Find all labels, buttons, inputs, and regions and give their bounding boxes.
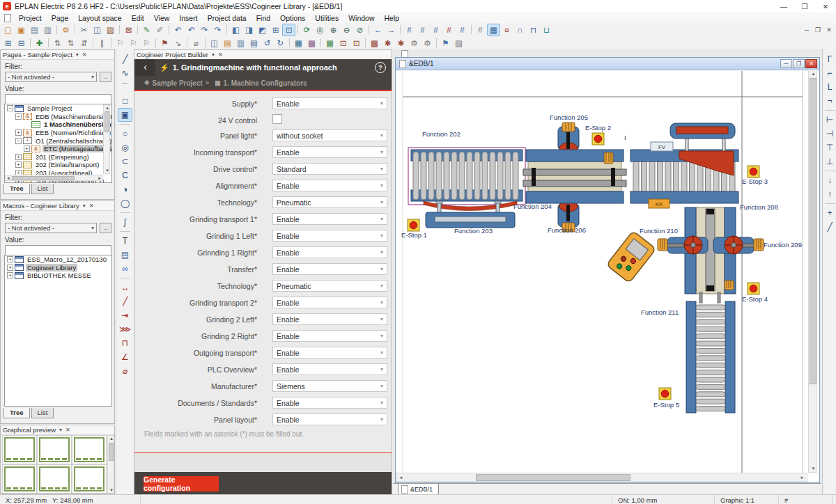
window-minimize-button[interactable]: —: [773, 1, 794, 13]
sort-custom-icon[interactable]: ⇵: [77, 37, 91, 49]
flag-filled-icon[interactable]: ⚑: [439, 37, 452, 49]
pointer-tool-icon[interactable]: ↘: [171, 37, 185, 49]
navigator-view-icon[interactable]: ◩: [256, 24, 269, 36]
grid-view-icon[interactable]: ⊞: [269, 24, 282, 36]
menu-project-data[interactable]: Project data: [203, 14, 251, 22]
t-node-right-icon[interactable]: ⊣: [823, 127, 836, 141]
pages-value-input[interactable]: [5, 94, 111, 104]
tree-item-label[interactable]: Cogineer Library: [26, 264, 77, 271]
field-dropdown[interactable]: Enable▾: [272, 297, 387, 308]
tree-item-label[interactable]: O1 (Zentralschaltschrank): [34, 137, 112, 145]
new-page-icon[interactable]: ▢: [1, 24, 15, 36]
zoom-out-icon[interactable]: ⊖: [340, 24, 353, 36]
menu-project[interactable]: Project: [14, 14, 47, 22]
assign-format-icon[interactable]: ✐: [153, 24, 167, 36]
collapse-icon[interactable]: −: [15, 138, 22, 144]
mdi-restore-button[interactable]: ❐: [812, 24, 823, 36]
preview-panel-titlebar[interactable]: Graphical preview ▾ ✕: [1, 425, 114, 435]
align-tool-icon[interactable]: ⊔: [540, 24, 553, 36]
page-properties-icon[interactable]: ▤: [28, 24, 41, 36]
preview-panel-close-icon[interactable]: ✕: [65, 427, 70, 434]
copy-format-icon[interactable]: ✎: [140, 24, 153, 36]
dim-chain-icon[interactable]: ⋙: [118, 322, 132, 336]
tree-item[interactable]: +202 (Einlauftransport): [5, 161, 111, 169]
tree-item[interactable]: +ESS_Macro_12_20170130: [5, 255, 111, 264]
field-dropdown[interactable]: Enable▾: [272, 313, 387, 325]
connection-point-icon[interactable]: +: [823, 206, 836, 220]
align-objects-icon[interactable]: ∥: [95, 37, 109, 49]
mdi-minimize-button[interactable]: ─: [801, 24, 812, 36]
page-thumbnail[interactable]: [37, 435, 72, 464]
no-edit-icon[interactable]: ⌀: [189, 37, 203, 49]
run-check-a-icon[interactable]: ✱: [381, 37, 394, 49]
snap-to-grid-icon[interactable]: ▦: [487, 24, 500, 36]
collapse-icon[interactable]: −: [15, 113, 22, 120]
snap-grid-e-icon[interactable]: #: [456, 24, 469, 36]
expand-icon[interactable]: +: [15, 162, 22, 168]
tree-item-label[interactable]: 1 Maschinenübersicht: [42, 120, 112, 128]
object-snap-icon[interactable]: ¤: [500, 24, 513, 36]
breadcrumb-current[interactable]: 1. Machine Configurators: [224, 79, 307, 87]
field-dropdown[interactable]: Enable▾: [272, 97, 387, 109]
macros-panel-close-icon[interactable]: ✕: [89, 203, 94, 210]
expand-icon[interactable]: +: [7, 272, 13, 278]
snap-grid-b-icon[interactable]: #: [416, 24, 429, 36]
draw-arc-center-icon[interactable]: C: [118, 168, 132, 182]
macros-filter-dropdown[interactable]: - Not activated -▾: [5, 223, 97, 233]
snap-grid-d-icon[interactable]: #: [442, 24, 456, 36]
macros-filter-more-button[interactable]: ...: [100, 223, 111, 233]
tree-item[interactable]: +&ETC (Montageaufbauten): [5, 145, 111, 153]
t-node-up-icon[interactable]: ⊤: [823, 141, 836, 155]
tree-item[interactable]: −Sample Project: [5, 104, 111, 113]
tree-item-label[interactable]: Sample Project: [26, 104, 73, 112]
copy-page-icon[interactable]: ◫: [208, 37, 221, 49]
dim-radius-icon[interactable]: ⌀: [118, 364, 132, 378]
pages-panel-titlebar[interactable]: Pages - Sample Project ▾ ✕: [1, 50, 114, 60]
redo-list-icon[interactable]: ↷: [211, 24, 224, 36]
builder-panel-close-icon[interactable]: ✕: [218, 52, 223, 58]
draw-arc-icon[interactable]: ⌒: [118, 80, 132, 94]
project-tree-icon[interactable]: ⊞: [1, 37, 15, 49]
snap-grid-a-icon[interactable]: #: [403, 24, 416, 36]
tree-item[interactable]: +Cogineer Library: [5, 264, 111, 272]
sort-asc-icon[interactable]: ⇅: [51, 37, 64, 49]
field-dropdown[interactable]: Enable▾: [272, 363, 387, 375]
help-button[interactable]: ?: [375, 62, 386, 73]
breadcrumb-root[interactable]: Sample Project: [153, 79, 203, 87]
builder-panel-titlebar[interactable]: Cogineer Project Builder ▾ ✕: [134, 50, 392, 60]
redo-icon[interactable]: ↷: [198, 24, 211, 36]
page-forward-icon[interactable]: →: [385, 24, 398, 36]
settings-wrench-icon[interactable]: ⚙: [59, 24, 72, 36]
paste-icon[interactable]: ▨: [104, 24, 117, 36]
field-dropdown[interactable]: Enable▾: [272, 263, 387, 275]
tree-item-label[interactable]: EDB (Maschinenübersicht): [34, 113, 112, 120]
corner-bottom-right-icon[interactable]: ¬: [823, 94, 836, 108]
insert-hyperlink-icon[interactable]: ∞: [118, 262, 132, 276]
expand-icon[interactable]: +: [7, 256, 13, 262]
grid-display-icon[interactable]: #: [474, 24, 487, 36]
field-dropdown[interactable]: Pneumatic▾: [272, 196, 387, 208]
page-thumbnail[interactable]: [2, 464, 37, 494]
page-thumbnail[interactable]: [72, 464, 107, 494]
macros-tree[interactable]: +ESS_Macro_12_20170130+Cogineer Library+…: [4, 255, 112, 407]
draw-ellipse-icon[interactable]: ◯: [118, 196, 132, 210]
preview-vscrollbar[interactable]: ▴ ▾: [107, 435, 114, 494]
field-dropdown[interactable]: Standard▾: [272, 163, 387, 175]
zoom-in-icon[interactable]: ⊕: [327, 24, 340, 36]
expand-icon[interactable]: +: [7, 265, 13, 271]
t-node-left-icon[interactable]: ⊢: [823, 113, 836, 127]
run-check-b-icon[interactable]: ✱: [394, 37, 408, 49]
delete-icon[interactable]: ⊠: [122, 24, 135, 36]
insert-text-icon[interactable]: T: [118, 234, 132, 248]
mdi-close-button[interactable]: ✕: [823, 24, 835, 36]
macros-panel-titlebar[interactable]: Macros - Cogineer Library ▾ ✕: [1, 201, 114, 211]
back-button[interactable]: ‹: [135, 59, 155, 76]
menu-insert[interactable]: Insert: [174, 14, 202, 22]
draw-arc-3pt-icon[interactable]: ⊂: [118, 155, 132, 168]
menu-utilities[interactable]: Utilities: [310, 14, 343, 22]
pages-panel-close-icon[interactable]: ✕: [82, 52, 87, 58]
flag-white-c-icon[interactable]: ⚐: [140, 37, 153, 49]
insert-image-icon[interactable]: ▤: [118, 248, 132, 262]
tree-item-label[interactable]: EEB (Normen/Richtlinien): [34, 129, 112, 136]
field-checkbox[interactable]: [272, 114, 282, 124]
